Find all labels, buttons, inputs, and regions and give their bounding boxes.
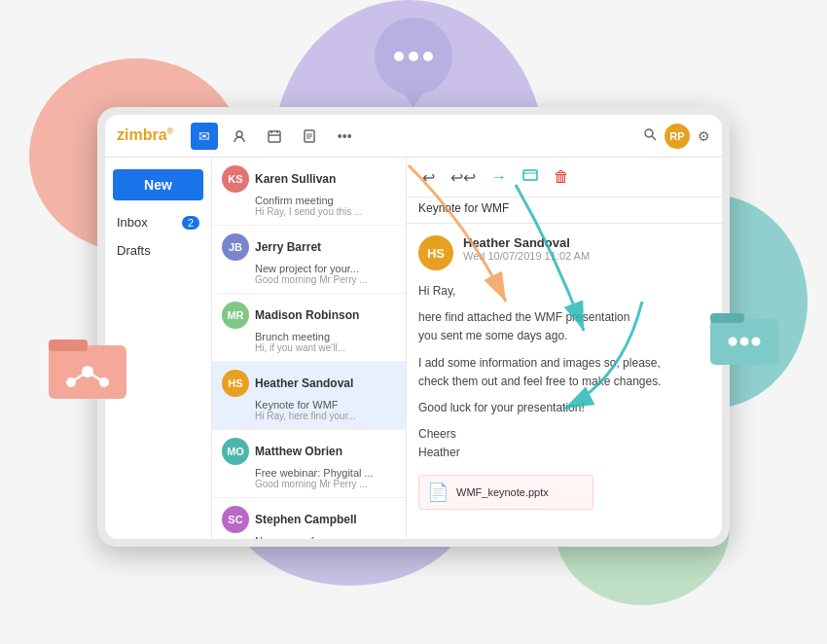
subject-madison: Brunch meeting [255,331,396,342]
email-item-karen[interactable]: KS Karen Sullivan Confirm meeting Hi Ray… [212,158,406,226]
avatar-heather: HS [222,370,249,397]
search-icon[interactable] [643,127,657,144]
svg-point-10 [740,338,749,346]
avatar-stephen: SC [222,506,249,533]
svg-point-12 [236,131,242,137]
email-subject-display: Keynote for WMF [407,197,722,224]
preview-madison: Hi, if you want we'll... [255,342,396,353]
subject-matthew: Free webinar: Phygital ... [255,467,396,479]
email-item-jerry[interactable]: JB Jerry Barret New project for your... … [212,226,406,294]
contacts-icon-btn[interactable] [226,123,253,150]
avatar-madison: MR [222,302,249,329]
sidebar-item-inbox[interactable]: Inbox 2 [105,208,211,236]
chat-dot-3 [423,52,433,61]
email-list: KS Karen Sullivan Confirm meeting Hi Ray… [212,158,407,539]
move-button[interactable] [519,165,542,189]
docs-icon-btn[interactable] [296,123,323,150]
topbar: zimbra® ✉ [105,115,722,158]
delete-button[interactable]: 🗑 [550,166,573,188]
from-details: Heather Sandoval Wed 10/07/2019 11:02 AM [463,235,590,262]
forward-button[interactable]: → [487,166,511,188]
subject-jerry: New project for your... [255,263,396,274]
attachment-name: WMF_keynote.pptx [456,486,549,498]
body-line-3: I add some information and images so, pl… [418,354,710,391]
drafts-label: Drafts [117,243,151,258]
body-line-5: CheersHeather [418,425,710,462]
email-header-madison: MR Madison Robinson [222,302,396,329]
email-item-heather[interactable]: HS Heather Sandoval Keynote for WMF Hi R… [212,362,406,430]
sender-matthew: Matthew Obrien [255,445,342,458]
new-button[interactable]: New [113,169,203,200]
email-body-text: Hi Ray, here find attached the WMF prese… [418,282,710,463]
sender-heather: Heather Sandoval [255,376,353,390]
chat-dots [394,52,433,61]
email-header-jerry: JB Jerry Barret [222,233,396,261]
inbox-badge: 2 [182,216,199,230]
email-from-row: HS Heather Sandoval Wed 10/07/2019 11:02… [418,235,710,270]
preview-karen: Hi Ray, I send you this ... [255,206,396,217]
logo-text: zimbra [117,127,167,144]
chat-dot-2 [409,52,418,61]
email-header-matthew: MO Matthew Obrien [222,438,396,465]
preview-matthew: Good morning Mr Perry ... [255,479,396,489]
monitor-screen: zimbra® ✉ [105,115,722,539]
svg-rect-8 [710,313,744,323]
chat-bubble [375,18,452,95]
user-avatar[interactable]: RP [665,124,690,149]
main-layout: New Inbox 2 Drafts KS Karen Sullivan C [105,158,722,539]
email-content: ↩ ↩↩ → 🗑 Keynote for WMF HS [407,158,722,539]
from-avatar: HS [418,235,453,270]
preview-jerry: Good morning Mr Perry ... [255,274,396,285]
chat-dot-1 [394,52,404,61]
zimbra-logo: zimbra® [117,126,173,144]
inbox-label: Inbox [117,215,148,230]
from-name: Heather Sandoval [463,235,590,250]
sender-madison: Madison Robinson [255,308,359,322]
email-body: HS Heather Sandoval Wed 10/07/2019 11:02… [407,224,722,539]
sender-jerry: Jerry Barret [255,240,321,254]
subject-heather: Keynote for WMF [255,399,396,411]
preview-heather: Hi Ray, here find your... [255,411,396,421]
svg-point-11 [752,338,761,346]
subject-karen: Confirm meeting [255,195,396,206]
svg-point-9 [729,338,737,346]
avatar-karen: KS [222,165,249,193]
folder-pink [44,326,131,408]
email-item-stephen[interactable]: SC Stephen Campbell New space for us Hi … [212,498,406,539]
attachment-row[interactable]: 📄 WMF_keynote.pptx [418,475,593,510]
svg-rect-1 [49,340,88,351]
svg-rect-23 [523,170,537,180]
svg-line-22 [652,136,656,140]
more-icon-btn[interactable]: ••• [331,123,358,150]
body-line-1: Hi Ray, [418,282,710,301]
topbar-icons: ✉ [191,123,358,150]
sidebar-item-drafts[interactable]: Drafts [105,236,211,265]
reply-button[interactable]: ↩ [418,166,439,189]
avatar-jerry: JB [222,233,249,261]
sender-stephen: Stephen Campbell [255,513,357,526]
avatar-matthew: MO [222,438,249,465]
from-date: Wed 10/07/2019 11:02 AM [463,250,590,262]
monitor: zimbra® ✉ [97,107,730,547]
topbar-right: RP ⚙ [643,124,710,149]
sender-karen: Karen Sullivan [255,172,336,186]
subject-stephen: New space for us [255,535,396,539]
svg-point-21 [645,129,653,137]
email-header-stephen: SC Stephen Campbell [222,506,396,533]
mail-icon-btn[interactable]: ✉ [191,123,218,150]
body-line-2: here find attached the WMF presentationy… [418,308,710,345]
email-item-madison[interactable]: MR Madison Robinson Brunch meeting Hi, i… [212,294,406,362]
email-item-matthew[interactable]: MO Matthew Obrien Free webinar: Phygital… [212,430,406,498]
folder-teal [705,302,783,374]
email-header-heather: HS Heather Sandoval [222,370,396,397]
reply-all-button[interactable]: ↩↩ [447,166,480,189]
svg-rect-13 [269,131,280,142]
calendar-icon-btn[interactable] [261,123,288,150]
body-line-4: Good luck for your presentation! [418,399,710,417]
settings-icon[interactable]: ⚙ [698,128,710,144]
attachment-icon: 📄 [427,482,449,503]
email-header-karen: KS Karen Sullivan [222,165,396,193]
email-toolbar: ↩ ↩↩ → 🗑 [407,158,722,197]
